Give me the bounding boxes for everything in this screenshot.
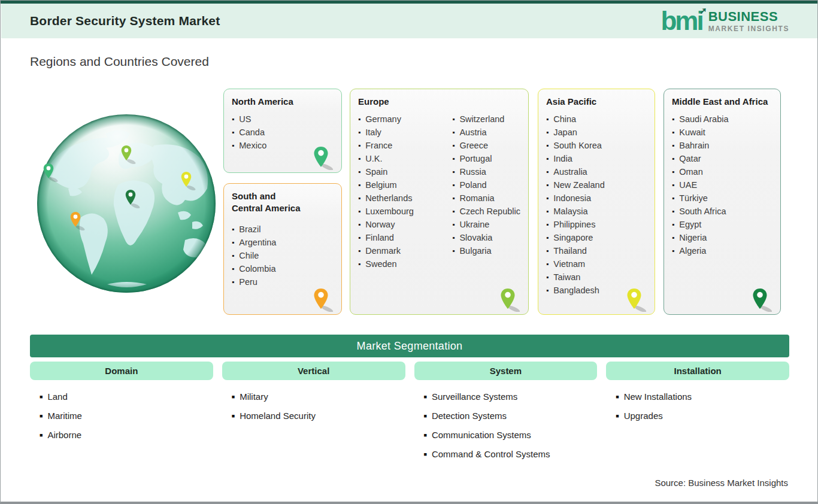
country-item: South Korea xyxy=(546,139,605,152)
country-item: Türkiye xyxy=(672,192,729,205)
segment-item: Airborne xyxy=(40,429,213,441)
page-title: Border Security System Market xyxy=(30,14,220,28)
country-item: Saudi Arabia xyxy=(672,113,729,126)
segment-item: Maritime xyxy=(40,410,213,422)
country-list: GermanyItalyFranceU.K.SpainBelgiumNether… xyxy=(358,113,445,271)
segment-header-installation: Installation xyxy=(606,362,789,380)
region-card-middle-east-africa: Middle East and Africa Saudi ArabiaKuwai… xyxy=(664,89,781,315)
header: Border Security System Market bmi ➚ BUSI… xyxy=(1,4,818,38)
region-card-south-central-america: South and Central America BrazilArgentin… xyxy=(223,183,342,315)
country-item: Philippines xyxy=(546,218,605,231)
country-item: Japan xyxy=(546,126,605,139)
country-item: Finland xyxy=(358,231,445,244)
segment-column-system: System Surveillance SystemsDetection Sys… xyxy=(414,362,598,467)
segment-header-system: System xyxy=(414,362,598,380)
country-item: Sweden xyxy=(358,257,445,271)
country-item: Poland xyxy=(452,178,520,192)
segment-item: Upgrades xyxy=(616,410,789,422)
country-item: Colombia xyxy=(232,262,276,275)
country-item: Belgium xyxy=(358,178,445,192)
segmentation-grid: Domain LandMaritimeAirborne Vertical Mil… xyxy=(30,362,789,467)
map-pin-icon xyxy=(750,288,775,312)
country-item: Romania xyxy=(452,192,520,205)
country-item: Norway xyxy=(358,218,445,231)
logo-arrow-icon: ➚ xyxy=(699,5,707,16)
logo: bmi ➚ BUSINESS MARKET INSIGHTS xyxy=(661,9,789,33)
segment-list-domain: LandMaritimeAirborne xyxy=(30,391,213,441)
country-item: Greece xyxy=(452,139,520,152)
country-item: U.K. xyxy=(358,152,445,165)
region-card-asia-pacific: Asia Pacific ChinaJapanSouth KoreaIndiaA… xyxy=(538,89,655,315)
country-item: Italy xyxy=(358,126,445,139)
country-item: Canda xyxy=(232,126,266,139)
segmentation-title-bar: Market Segmentation xyxy=(30,335,789,357)
country-item: Germany xyxy=(358,113,445,126)
country-list: USCandaMexico xyxy=(232,113,266,152)
infographic-root: Border Security System Market bmi ➚ BUSI… xyxy=(0,0,818,504)
country-item: Indonesia xyxy=(546,192,605,205)
region-title: Asia Pacific xyxy=(546,96,647,108)
country-item: Oman xyxy=(672,165,729,178)
country-item: New Zealand xyxy=(546,178,605,192)
map-pin-icon xyxy=(311,288,337,312)
country-item: Argentina xyxy=(232,236,276,249)
country-item: France xyxy=(358,139,445,152)
segment-list-vertical: MilitaryHomeland Security xyxy=(222,391,405,422)
country-list: Saudi ArabiaKuwaitBahrainQatarOmanUAETür… xyxy=(672,113,729,257)
country-item: China xyxy=(546,113,605,126)
country-item: India xyxy=(546,152,605,165)
region-card-north-america: North America USCandaMexico xyxy=(223,89,342,173)
country-item: Luxembourg xyxy=(358,205,445,218)
segment-item: Homeland Security xyxy=(232,410,405,422)
country-item: Qatar xyxy=(672,152,729,165)
segment-item: Communication Systems xyxy=(424,429,598,441)
segment-column-vertical: Vertical MilitaryHomeland Security xyxy=(222,362,405,467)
map-pin-icon xyxy=(498,288,523,312)
segment-column-domain: Domain LandMaritimeAirborne xyxy=(30,362,213,467)
section-title: Regions and Countries Covered xyxy=(30,54,209,69)
country-item: Chile xyxy=(232,249,276,262)
country-item: Malaysia xyxy=(546,205,605,218)
country-item: Peru xyxy=(232,275,276,289)
country-item: Algeria xyxy=(672,244,729,257)
country-item: Bahrain xyxy=(672,139,729,152)
segmentation-title: Market Segmentation xyxy=(357,340,463,353)
country-item: Ukraine xyxy=(452,218,520,231)
segment-list-installation: New InstallationsUpgrades xyxy=(606,391,789,422)
segment-header-domain: Domain xyxy=(30,362,213,380)
country-item: UAE xyxy=(672,178,729,192)
country-item: US xyxy=(232,113,266,126)
country-item: Czech Republic xyxy=(452,205,520,218)
country-item: Thailand xyxy=(546,244,605,257)
country-item: Australia xyxy=(546,165,605,178)
country-item: Netherlands xyxy=(358,192,445,205)
segment-item: Land xyxy=(40,391,213,403)
segment-list-system: Surveillance SystemsDetection SystemsCom… xyxy=(414,391,598,460)
source-note: Source: Business Market Insights xyxy=(655,478,788,488)
country-item: Switzerland xyxy=(452,113,520,126)
globe-illustration xyxy=(35,112,217,295)
country-item: Russia xyxy=(452,165,520,178)
country-item: Kuwait xyxy=(672,126,729,139)
country-item: Singapore xyxy=(546,231,605,244)
segment-item: Command & Control Systems xyxy=(424,448,598,460)
country-item: Denmark xyxy=(358,244,445,257)
country-item: Portugal xyxy=(452,152,520,165)
country-item: Austria xyxy=(452,126,520,139)
map-pin-icon xyxy=(311,146,337,170)
country-item: Bangladesh xyxy=(546,284,605,297)
region-card-europe: Europe GermanyItalyFranceU.K.SpainBelgiu… xyxy=(350,89,529,315)
country-item: South Africa xyxy=(672,205,729,218)
country-item: Mexico xyxy=(232,139,266,152)
country-item: Taiwan xyxy=(546,271,605,284)
region-title: Middle East and Africa xyxy=(672,96,772,108)
country-list: BrazilArgentinaChileColombiaPeru xyxy=(232,223,276,289)
segment-item: Surveillance Systems xyxy=(424,391,598,403)
country-list: ChinaJapanSouth KoreaIndiaAustraliaNew Z… xyxy=(546,113,605,297)
country-item: Nigeria xyxy=(672,231,729,244)
segment-header-vertical: Vertical xyxy=(222,362,405,380)
region-title: North America xyxy=(232,96,334,108)
segment-column-installation: Installation New InstallationsUpgrades xyxy=(606,362,789,467)
region-title: Europe xyxy=(358,96,520,108)
country-item: Brazil xyxy=(232,223,276,236)
